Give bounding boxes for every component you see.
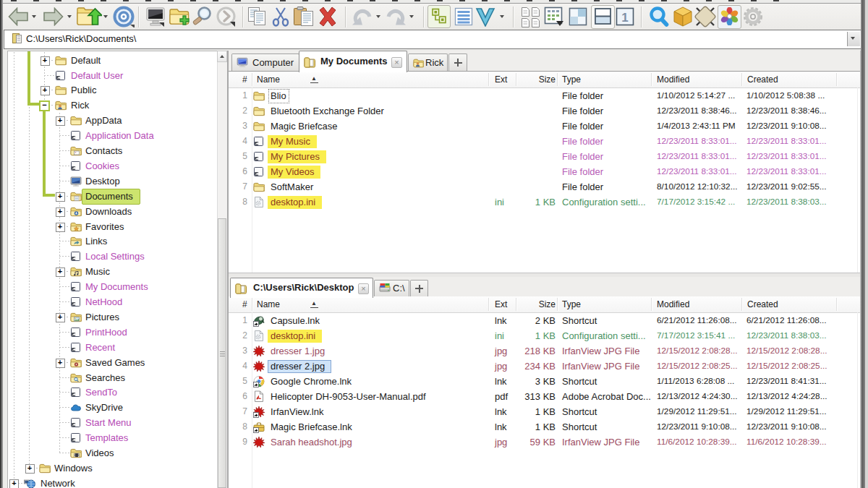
svg-text:1: 1 <box>621 11 628 25</box>
